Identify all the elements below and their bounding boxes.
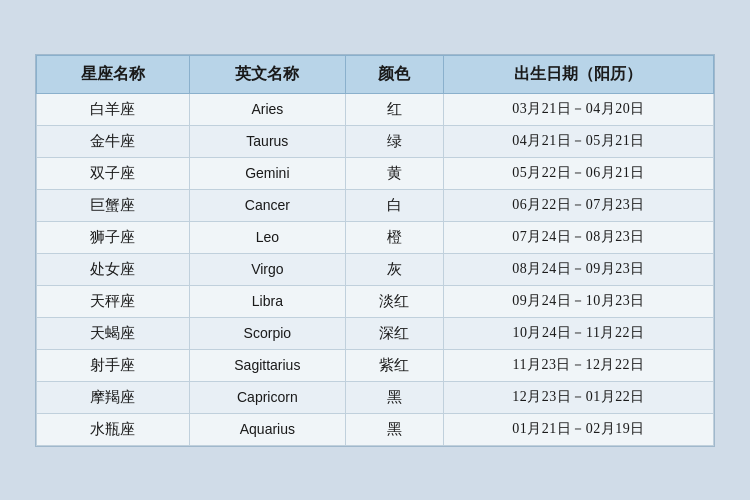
cell-english-name: Libra: [189, 285, 345, 317]
cell-birthdate: 06月22日－07月23日: [443, 189, 713, 221]
cell-chinese-name: 巨蟹座: [37, 189, 190, 221]
table-row: 天秤座Libra淡红09月24日－10月23日: [37, 285, 714, 317]
zodiac-table: 星座名称 英文名称 颜色 出生日期（阳历） 白羊座Aries红03月21日－04…: [36, 55, 714, 446]
cell-color: 紫红: [346, 349, 444, 381]
table-row: 白羊座Aries红03月21日－04月20日: [37, 93, 714, 125]
cell-color: 黄: [346, 157, 444, 189]
cell-color: 深红: [346, 317, 444, 349]
cell-chinese-name: 天秤座: [37, 285, 190, 317]
cell-chinese-name: 天蝎座: [37, 317, 190, 349]
cell-english-name: Taurus: [189, 125, 345, 157]
cell-birthdate: 03月21日－04月20日: [443, 93, 713, 125]
cell-birthdate: 01月21日－02月19日: [443, 413, 713, 445]
table-body: 白羊座Aries红03月21日－04月20日金牛座Taurus绿04月21日－0…: [37, 93, 714, 445]
header-birthdate: 出生日期（阳历）: [443, 55, 713, 93]
cell-birthdate: 12月23日－01月22日: [443, 381, 713, 413]
table-row: 金牛座Taurus绿04月21日－05月21日: [37, 125, 714, 157]
table-row: 水瓶座Aquarius黑01月21日－02月19日: [37, 413, 714, 445]
cell-color: 黑: [346, 413, 444, 445]
table-row: 处女座Virgo灰08月24日－09月23日: [37, 253, 714, 285]
table-row: 双子座Gemini黄05月22日－06月21日: [37, 157, 714, 189]
cell-chinese-name: 射手座: [37, 349, 190, 381]
cell-birthdate: 11月23日－12月22日: [443, 349, 713, 381]
table-row: 狮子座Leo橙07月24日－08月23日: [37, 221, 714, 253]
zodiac-table-container: 星座名称 英文名称 颜色 出生日期（阳历） 白羊座Aries红03月21日－04…: [35, 54, 715, 447]
cell-chinese-name: 摩羯座: [37, 381, 190, 413]
cell-english-name: Cancer: [189, 189, 345, 221]
cell-chinese-name: 双子座: [37, 157, 190, 189]
cell-birthdate: 09月24日－10月23日: [443, 285, 713, 317]
header-color: 颜色: [346, 55, 444, 93]
cell-chinese-name: 处女座: [37, 253, 190, 285]
cell-color: 淡红: [346, 285, 444, 317]
cell-color: 黑: [346, 381, 444, 413]
cell-birthdate: 10月24日－11月22日: [443, 317, 713, 349]
cell-english-name: Virgo: [189, 253, 345, 285]
cell-english-name: Sagittarius: [189, 349, 345, 381]
cell-chinese-name: 狮子座: [37, 221, 190, 253]
cell-english-name: Leo: [189, 221, 345, 253]
table-row: 巨蟹座Cancer白06月22日－07月23日: [37, 189, 714, 221]
cell-color: 绿: [346, 125, 444, 157]
cell-chinese-name: 水瓶座: [37, 413, 190, 445]
header-chinese-name: 星座名称: [37, 55, 190, 93]
cell-english-name: Aquarius: [189, 413, 345, 445]
table-row: 射手座Sagittarius紫红11月23日－12月22日: [37, 349, 714, 381]
cell-color: 灰: [346, 253, 444, 285]
cell-birthdate: 08月24日－09月23日: [443, 253, 713, 285]
cell-birthdate: 04月21日－05月21日: [443, 125, 713, 157]
cell-chinese-name: 白羊座: [37, 93, 190, 125]
cell-color: 橙: [346, 221, 444, 253]
cell-chinese-name: 金牛座: [37, 125, 190, 157]
cell-color: 红: [346, 93, 444, 125]
cell-birthdate: 07月24日－08月23日: [443, 221, 713, 253]
header-english-name: 英文名称: [189, 55, 345, 93]
table-header-row: 星座名称 英文名称 颜色 出生日期（阳历）: [37, 55, 714, 93]
cell-english-name: Scorpio: [189, 317, 345, 349]
cell-english-name: Aries: [189, 93, 345, 125]
cell-english-name: Capricorn: [189, 381, 345, 413]
table-row: 摩羯座Capricorn黑12月23日－01月22日: [37, 381, 714, 413]
cell-color: 白: [346, 189, 444, 221]
table-row: 天蝎座Scorpio深红10月24日－11月22日: [37, 317, 714, 349]
cell-birthdate: 05月22日－06月21日: [443, 157, 713, 189]
cell-english-name: Gemini: [189, 157, 345, 189]
